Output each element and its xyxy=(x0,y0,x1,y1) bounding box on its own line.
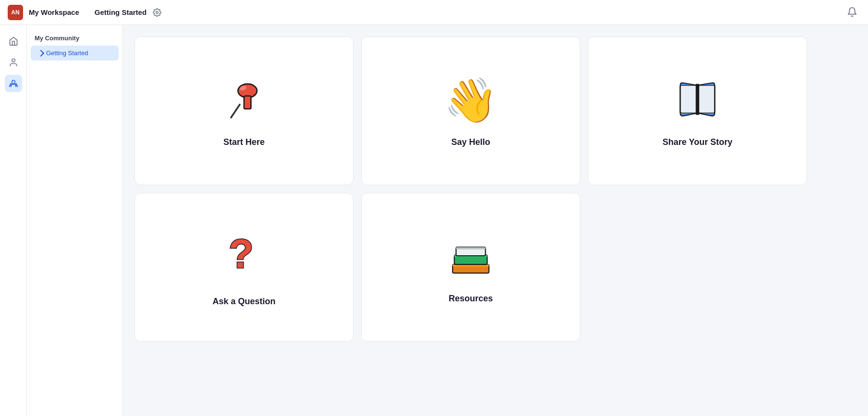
svg-rect-18 xyxy=(456,247,485,250)
svg-rect-6 xyxy=(244,96,251,109)
wave-icon: 👋 xyxy=(444,79,498,122)
card-say-hello[interactable]: 👋 Say Hello xyxy=(361,36,580,185)
svg-point-4 xyxy=(15,83,16,85)
nav-home[interactable] xyxy=(5,33,22,50)
workspace-title: My Workspace xyxy=(29,8,79,16)
svg-point-1 xyxy=(12,59,15,62)
bell-icon[interactable] xyxy=(847,7,858,18)
pushpin-icon xyxy=(222,79,266,122)
nav-community[interactable] xyxy=(5,75,22,92)
card-start-here[interactable]: Start Here xyxy=(134,36,354,185)
svg-rect-9 xyxy=(680,85,697,113)
svg-point-3 xyxy=(10,83,12,85)
books-stack-icon xyxy=(449,235,492,278)
svg-rect-10 xyxy=(698,85,715,113)
card-share-your-story-label: Share Your Story xyxy=(662,137,732,147)
sidebar: My Community Getting Started xyxy=(27,25,123,416)
main-content: Start Here 👋 Say Hello xyxy=(123,25,868,416)
sidebar-section-title: My Community xyxy=(27,33,122,46)
user-avatar[interactable]: AN xyxy=(8,5,23,20)
icon-nav xyxy=(0,25,27,416)
svg-point-0 xyxy=(156,11,159,13)
svg-point-2 xyxy=(12,80,15,83)
card-start-here-label: Start Here xyxy=(223,137,265,147)
card-ask-question-label: Ask a Question xyxy=(212,297,275,307)
chevron-right-icon xyxy=(37,49,44,56)
card-resources-label: Resources xyxy=(449,294,493,304)
sidebar-item-label: Getting Started xyxy=(46,49,88,57)
svg-line-7 xyxy=(231,105,240,118)
cards-grid: Start Here 👋 Say Hello xyxy=(134,36,807,342)
header-left: AN My Workspace xyxy=(8,5,89,20)
sidebar-item-getting-started[interactable]: Getting Started xyxy=(31,46,119,60)
app-header: AN My Workspace Getting Started xyxy=(0,0,868,25)
question-mark-icon: ? xyxy=(225,232,263,281)
card-resources[interactable]: Resources xyxy=(361,193,580,342)
card-share-your-story[interactable]: Share Your Story xyxy=(588,36,807,185)
page-title: Getting Started xyxy=(95,8,147,16)
book-icon xyxy=(676,79,719,122)
gear-icon[interactable] xyxy=(152,8,162,17)
card-say-hello-label: Say Hello xyxy=(451,137,490,147)
nav-profile[interactable] xyxy=(5,54,22,71)
svg-rect-11 xyxy=(696,83,699,115)
main-layout: My Community Getting Started xyxy=(0,25,868,416)
header-mid: Getting Started xyxy=(95,8,162,17)
svg-text:?: ? xyxy=(229,232,254,275)
card-ask-a-question[interactable]: ? Ask a Question xyxy=(134,193,354,342)
